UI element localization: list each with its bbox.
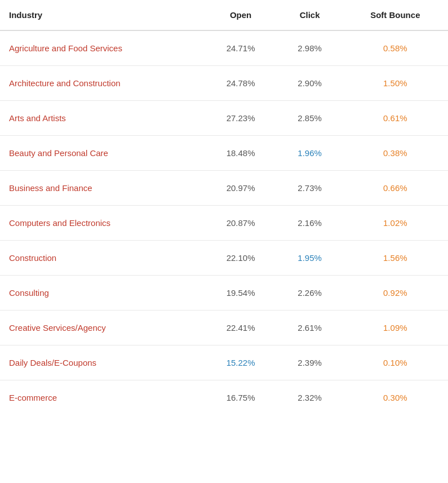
soft-bounce-cell: 1.02% [343,206,448,241]
soft-bounce-cell: 0.10% [343,345,448,380]
table-row: Computers and Electronics20.87%2.16%1.02… [0,206,448,241]
industry-table: Industry Open Click Soft Bounce Agricult… [0,0,448,415]
click-cell: 2.98% [277,30,343,66]
table-row: Daily Deals/E-Coupons15.22%2.39%0.10% [0,345,448,380]
industry-cell: Agriculture and Food Services [0,30,205,66]
soft-bounce-cell: 0.30% [343,380,448,415]
click-cell: 1.96% [277,136,343,171]
soft-bounce-cell: 0.38% [343,136,448,171]
industry-cell: Computers and Electronics [0,206,205,241]
industry-cell: Architecture and Construction [0,66,205,101]
col-header-soft-bounce: Soft Bounce [343,0,448,30]
industry-cell: Business and Finance [0,171,205,206]
open-cell: 24.71% [205,30,277,66]
table-header-row: Industry Open Click Soft Bounce [0,0,448,30]
click-cell: 1.95% [277,241,343,276]
open-cell: 18.48% [205,136,277,171]
table-row: Agriculture and Food Services24.71%2.98%… [0,30,448,66]
table-container: Industry Open Click Soft Bounce Agricult… [0,0,448,483]
click-cell: 2.16% [277,206,343,241]
click-cell: 2.39% [277,345,343,380]
open-cell: 22.10% [205,241,277,276]
open-cell: 22.41% [205,311,277,345]
click-cell: 2.85% [277,101,343,136]
table-row: Arts and Artists27.23%2.85%0.61% [0,101,448,136]
table-row: Consulting19.54%2.26%0.92% [0,276,448,311]
open-cell: 20.97% [205,171,277,206]
soft-bounce-cell: 1.09% [343,311,448,345]
industry-cell: Construction [0,241,205,276]
soft-bounce-cell: 1.50% [343,66,448,101]
open-cell: 19.54% [205,276,277,311]
soft-bounce-cell: 0.58% [343,30,448,66]
click-cell: 2.61% [277,311,343,345]
table-row: Creative Services/Agency22.41%2.61%1.09% [0,311,448,345]
industry-cell: Daily Deals/E-Coupons [0,345,205,380]
open-cell: 20.87% [205,206,277,241]
col-header-click: Click [277,0,343,30]
table-row: E-commerce16.75%2.32%0.30% [0,380,448,415]
open-cell: 27.23% [205,101,277,136]
industry-cell: Creative Services/Agency [0,311,205,345]
click-cell: 2.32% [277,380,343,415]
click-cell: 2.90% [277,66,343,101]
col-header-open: Open [205,0,277,30]
table-row: Architecture and Construction24.78%2.90%… [0,66,448,101]
soft-bounce-cell: 1.56% [343,241,448,276]
industry-cell: E-commerce [0,380,205,415]
open-cell: 16.75% [205,380,277,415]
table-row: Beauty and Personal Care18.48%1.96%0.38% [0,136,448,171]
industry-cell: Consulting [0,276,205,311]
col-header-industry: Industry [0,0,205,30]
click-cell: 2.26% [277,276,343,311]
click-cell: 2.73% [277,171,343,206]
open-cell: 15.22% [205,345,277,380]
industry-cell: Arts and Artists [0,101,205,136]
open-cell: 24.78% [205,66,277,101]
soft-bounce-cell: 0.66% [343,171,448,206]
table-row: Construction22.10%1.95%1.56% [0,241,448,276]
soft-bounce-cell: 0.92% [343,276,448,311]
soft-bounce-cell: 0.61% [343,101,448,136]
industry-cell: Beauty and Personal Care [0,136,205,171]
table-row: Business and Finance20.97%2.73%0.66% [0,171,448,206]
